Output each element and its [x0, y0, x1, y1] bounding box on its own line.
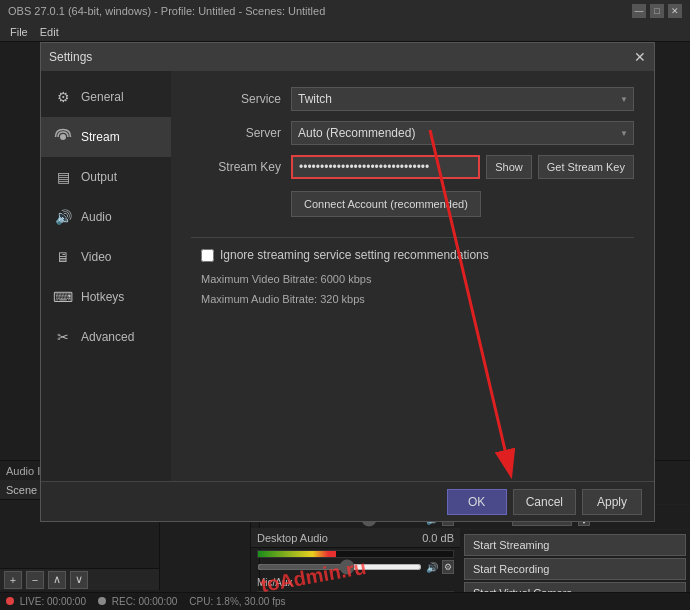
service-select[interactable]: Twitch — [291, 87, 634, 111]
close-button[interactable]: ✕ — [668, 4, 682, 18]
mixer-gear-2[interactable]: ⚙ — [442, 560, 454, 574]
mixer-header-2: Desktop Audio 0.0 dB — [250, 528, 460, 548]
sidebar-item-audio[interactable]: 🔊 Audio — [41, 197, 171, 237]
ignore-checkbox-label: Ignore streaming service setting recomme… — [220, 248, 489, 262]
mic-label: Mic/Aux — [250, 576, 460, 589]
dialog-title: Settings — [49, 50, 92, 64]
sidebar: ⚙ General Stream ▤ Output — [41, 71, 171, 521]
maximize-button[interactable]: □ — [650, 4, 664, 18]
status-icon: LIVE: 00:00:00 — [6, 596, 86, 607]
server-select[interactable]: Auto (Recommended) — [291, 121, 634, 145]
sidebar-label-hotkeys: Hotkeys — [81, 290, 124, 304]
rec-status: REC: 00:00:00 — [98, 596, 177, 607]
menu-edit[interactable]: Edit — [34, 26, 65, 38]
scene-up-button[interactable]: ∧ — [48, 571, 66, 589]
volume-control-2: 🔊 ⚙ — [257, 560, 454, 574]
max-video-bitrate: Maximum Video Bitrate: 6000 kbps — [201, 270, 634, 290]
title-bar: OBS 27.0.1 (64-bit, windows) - Profile: … — [0, 0, 690, 22]
sidebar-label-output: Output — [81, 170, 117, 184]
start-streaming-button[interactable]: Start Streaming — [464, 534, 686, 556]
stream-key-row: Stream Key Show Get Stream Key — [191, 155, 634, 179]
server-select-wrapper[interactable]: Auto (Recommended) — [291, 121, 634, 145]
scene-controls: + − ∧ ∨ — [0, 568, 159, 590]
scene-remove-button[interactable]: − — [26, 571, 44, 589]
audio-icon: 🔊 — [53, 207, 73, 227]
show-button[interactable]: Show — [486, 155, 532, 179]
sidebar-item-output[interactable]: ▤ Output — [41, 157, 171, 197]
volume-slider-2[interactable] — [257, 564, 422, 570]
window-controls: — □ ✕ — [632, 4, 682, 18]
mixer-db-2: 0.0 dB — [422, 532, 454, 544]
scene-title: Scene — [6, 484, 37, 496]
sidebar-label-advanced: Advanced — [81, 330, 134, 344]
cancel-button[interactable]: Cancel — [513, 489, 576, 515]
stream-key-input[interactable] — [291, 155, 480, 179]
ignore-checkbox[interactable] — [201, 249, 214, 262]
stream-key-control: Show Get Stream Key — [291, 155, 634, 179]
gear-icon: ⚙ — [53, 87, 73, 107]
sidebar-label-general: General — [81, 90, 124, 104]
sidebar-item-hotkeys[interactable]: ⌨ Hotkeys — [41, 277, 171, 317]
dialog-content: ⚙ General Stream ▤ Output — [41, 71, 654, 521]
mixer-item-2: 🔊 ⚙ — [250, 548, 460, 576]
sidebar-item-general[interactable]: ⚙ General — [41, 77, 171, 117]
scene-down-button[interactable]: ∨ — [70, 571, 88, 589]
separator — [191, 237, 634, 238]
live-label: LIVE: 00:00:00 — [20, 596, 86, 607]
get-stream-key-button[interactable]: Get Stream Key — [538, 155, 634, 179]
speaker-icon-2[interactable]: 🔊 — [426, 562, 438, 573]
sidebar-label-audio: Audio — [81, 210, 112, 224]
hotkeys-icon: ⌨ — [53, 287, 73, 307]
cpu-status: CPU: 1.8%, 30.00 fps — [189, 596, 285, 607]
advanced-icon: ✂ — [53, 327, 73, 347]
sidebar-item-video[interactable]: 🖥 Video — [41, 237, 171, 277]
stream-settings-panel: Service Twitch Server Auto (Recommended) — [171, 71, 654, 521]
server-row: Server Auto (Recommended) — [191, 121, 634, 145]
video-icon: 🖥 — [53, 247, 73, 267]
scene-add-button[interactable]: + — [4, 571, 22, 589]
stream-icon — [53, 127, 73, 147]
dialog-title-bar: Settings ✕ — [41, 43, 654, 71]
service-select-wrapper[interactable]: Twitch — [291, 87, 634, 111]
status-bar: LIVE: 00:00:00 REC: 00:00:00 CPU: 1.8%, … — [0, 592, 690, 610]
ok-button[interactable]: OK — [447, 489, 507, 515]
menu-file[interactable]: File — [4, 26, 34, 38]
sidebar-item-advanced[interactable]: ✂ Advanced — [41, 317, 171, 357]
level-bar-fill-2 — [258, 551, 336, 557]
connect-account-button[interactable]: Connect Account (recommended) — [291, 191, 481, 217]
sidebar-item-stream[interactable]: Stream — [41, 117, 171, 157]
live-dot — [6, 597, 14, 605]
mixer-item-title-2: Desktop Audio — [257, 532, 328, 544]
service-label: Service — [191, 92, 281, 106]
apply-button[interactable]: Apply — [582, 489, 642, 515]
service-row: Service Twitch — [191, 87, 634, 111]
dialog-close-button[interactable]: ✕ — [634, 49, 646, 65]
max-audio-bitrate: Maximum Audio Bitrate: 320 kbps — [201, 290, 634, 310]
rec-dot — [98, 597, 106, 605]
minimize-button[interactable]: — — [632, 4, 646, 18]
connect-account-row: Connect Account (recommended) — [191, 189, 634, 227]
bitrate-info: Maximum Video Bitrate: 6000 kbps Maximum… — [201, 270, 634, 310]
ignore-checkbox-row: Ignore streaming service setting recomme… — [201, 248, 634, 262]
output-icon: ▤ — [53, 167, 73, 187]
dialog-footer: OK Cancel Apply — [41, 481, 654, 521]
level-bar-2 — [257, 550, 454, 558]
sidebar-label-stream: Stream — [81, 130, 120, 144]
svg-point-0 — [60, 134, 66, 140]
sidebar-label-video: Video — [81, 250, 111, 264]
server-label: Server — [191, 126, 281, 140]
settings-dialog: Settings ✕ ⚙ General Stream — [40, 42, 655, 522]
stream-key-label: Stream Key — [191, 160, 281, 174]
start-recording-button[interactable]: Start Recording — [464, 558, 686, 580]
app-title: OBS 27.0.1 (64-bit, windows) - Profile: … — [8, 5, 325, 17]
menu-bar: File Edit — [0, 22, 690, 42]
service-control: Twitch — [291, 87, 634, 111]
server-control: Auto (Recommended) — [291, 121, 634, 145]
rec-label: REC: 00:00:00 — [112, 596, 178, 607]
